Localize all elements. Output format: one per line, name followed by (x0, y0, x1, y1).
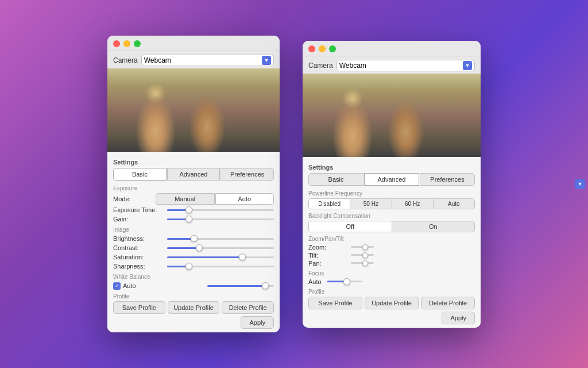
backlight-control: Off On (308, 221, 475, 232)
contrast-row: Contrast: (113, 244, 274, 252)
apply-btn-1[interactable]: Apply (241, 316, 274, 329)
wb-slider[interactable] (207, 282, 274, 290)
window-content-2: Settings Basic Advanced Preferences Powe… (303, 157, 481, 328)
sharpness-slider[interactable] (167, 262, 274, 270)
powerline-60hz[interactable]: 60 Hz (392, 199, 434, 209)
powerline-50hz[interactable]: 50 Hz (350, 199, 392, 209)
pan-slider[interactable] (351, 262, 374, 264)
close-button-1[interactable] (113, 40, 120, 47)
pan-label: Pan: (308, 260, 349, 267)
saturation-row: Saturation: (113, 253, 274, 261)
webcam-preview-1 (107, 68, 280, 152)
tab-advanced-2[interactable]: Advanced (364, 173, 419, 186)
tab-basic-1[interactable]: Basic (113, 168, 167, 181)
pan-thumb[interactable] (362, 260, 368, 266)
tabs-1: Basic Advanced Preferences (113, 168, 274, 181)
tilt-row: Tilt: (308, 252, 475, 259)
backlight-title: Backlight Compensation (308, 213, 475, 219)
minimize-button-1[interactable] (123, 40, 130, 47)
camera-select-1[interactable]: Webcam (141, 55, 274, 66)
exposure-time-slider[interactable] (167, 206, 274, 214)
webcam-art-2 (303, 74, 481, 157)
brightness-row: Brightness: (113, 235, 274, 243)
exposure-time-label: Exposure Time: (113, 206, 165, 213)
apply-row-1: ▼ Apply (113, 316, 274, 329)
focus-title: Focus (308, 270, 475, 277)
webcam-art-1 (107, 68, 280, 152)
sharpness-track[interactable] (167, 266, 274, 267)
profile-title-1: Profile (113, 293, 274, 300)
delete-profile-btn-2[interactable]: Delete Profile (421, 297, 475, 309)
settings-title-2: Settings (308, 164, 475, 171)
contrast-slider[interactable] (167, 244, 274, 252)
saturation-track[interactable] (167, 256, 274, 258)
tilt-label: Tilt: (308, 252, 349, 259)
mode-label: Mode: (113, 195, 153, 202)
zoom-thumb[interactable] (362, 244, 368, 250)
image-section: Image Brightness: Contrast: (113, 227, 274, 270)
brightness-slider[interactable] (167, 235, 274, 243)
profile-title-2: Profile (308, 289, 475, 295)
gain-slider[interactable] (167, 215, 274, 223)
exposure-time-row: Exposure Time: (113, 206, 274, 214)
sharpness-row: Sharpness: (113, 262, 274, 270)
wb-track[interactable] (207, 285, 274, 287)
wb-auto-checkbox[interactable]: ✓ (113, 282, 121, 290)
mode-manual[interactable]: Manual (156, 193, 215, 205)
close-button-2[interactable] (308, 45, 315, 52)
backlight-off[interactable]: Off (309, 221, 392, 232)
window-1: Camera Webcam ▼ Settings Basic Advanced … (107, 36, 280, 332)
maximize-button-1[interactable] (134, 40, 141, 47)
titlebar-1 (107, 36, 280, 51)
minimize-button-2[interactable] (319, 45, 326, 52)
apply-btn-2[interactable]: Apply (442, 312, 475, 324)
save-profile-btn-2[interactable]: Save Profile (308, 297, 362, 309)
focus-thumb[interactable] (343, 278, 350, 285)
contrast-track[interactable] (167, 247, 274, 249)
exposure-time-track[interactable] (167, 209, 274, 211)
tabs-2: Basic Advanced Preferences (308, 173, 475, 186)
backlight-on[interactable]: On (392, 221, 475, 232)
focus-row: Auto (308, 278, 475, 285)
contrast-label: Contrast: (113, 244, 165, 251)
focus-slider[interactable] (327, 281, 362, 282)
powerline-auto[interactable]: Auto (434, 199, 474, 209)
zoom-slider[interactable] (351, 246, 374, 248)
update-profile-btn-1[interactable]: Update Profile (168, 301, 220, 314)
powerline-section: Powerline Frequency Disabled 50 Hz 60 Hz… (308, 190, 475, 209)
zoom-title: Zoom/Pan/Tilt (308, 236, 475, 242)
camera-select-2[interactable]: Webcam (336, 60, 475, 71)
maximize-button-2[interactable] (329, 45, 336, 52)
save-profile-btn-1[interactable]: Save Profile (113, 301, 165, 314)
powerline-control: Disabled 50 Hz 60 Hz Auto (308, 198, 475, 209)
tab-preferences-1[interactable]: Preferences (220, 168, 274, 181)
tilt-thumb[interactable] (362, 252, 368, 258)
image-title: Image (113, 227, 274, 233)
exposure-section: Exposure Mode: Manual Auto Exposure Time… (113, 185, 274, 223)
saturation-slider[interactable] (167, 253, 274, 261)
focus-auto-label: Auto (308, 278, 322, 285)
zoom-label: Zoom: (308, 244, 349, 251)
exposure-title: Exposure (113, 185, 274, 191)
wb-title: White Balance (113, 274, 274, 280)
tilt-slider[interactable] (351, 254, 374, 256)
mode-row: Mode: Manual Auto (113, 193, 274, 205)
profile-buttons-1: Save Profile Update Profile Delete Profi… (113, 301, 274, 314)
brightness-label: Brightness: (113, 235, 165, 242)
brightness-track[interactable] (167, 238, 274, 240)
update-profile-btn-2[interactable]: Update Profile (365, 297, 419, 309)
delete-profile-btn-1[interactable]: Delete Profile (222, 301, 274, 314)
mode-auto[interactable]: Auto (215, 193, 274, 205)
pan-row: Pan: (308, 260, 475, 267)
tab-preferences-2[interactable]: Preferences (420, 173, 475, 186)
camera-row-1: Camera Webcam ▼ (107, 51, 280, 68)
tab-basic-2[interactable]: Basic (308, 173, 363, 186)
wb-auto-label: Auto (123, 282, 136, 289)
zoom-section: Zoom/Pan/Tilt Zoom: Tilt: Pan: (308, 236, 475, 267)
window-content-1: Settings Basic Advanced Preferences Expo… (107, 152, 280, 332)
powerline-disabled[interactable]: Disabled (309, 199, 350, 209)
tab-advanced-1[interactable]: Advanced (167, 168, 220, 181)
saturation-label: Saturation: (113, 254, 165, 260)
profile-section-1: Profile Save Profile Update Profile Dele… (113, 293, 274, 329)
gain-track[interactable] (167, 218, 274, 220)
